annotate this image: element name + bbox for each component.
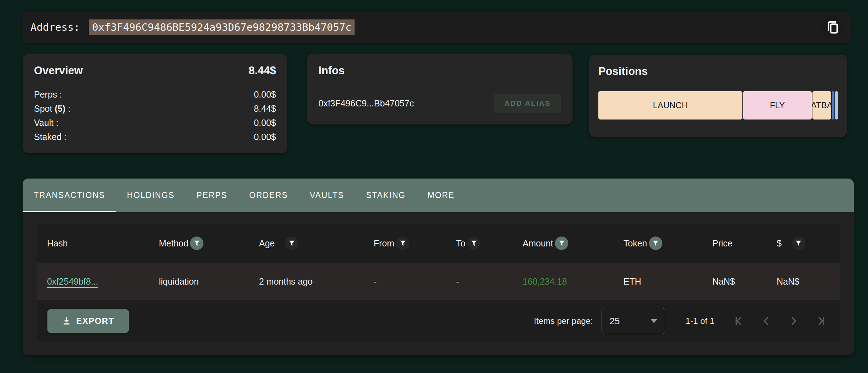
staked-value: 0.00$ xyxy=(254,130,276,144)
positions-title: Positions xyxy=(598,65,838,78)
column-header-from: From xyxy=(374,237,456,250)
tab-bar: TRANSACTIONS HOLDINGS PERPS ORDERS VAULT… xyxy=(23,179,854,212)
next-page-button[interactable] xyxy=(786,313,801,329)
method-cell: liquidation xyxy=(159,276,259,287)
vault-label: Vault : xyxy=(34,116,58,130)
column-header-price: Price xyxy=(712,238,777,249)
usd-cell: NaN$ xyxy=(777,276,840,287)
tab-vaults[interactable]: VAULTS xyxy=(299,179,355,212)
staked-label: Staked : xyxy=(34,130,67,144)
first-page-button[interactable] xyxy=(731,313,746,329)
price-cell: NaN$ xyxy=(712,276,777,287)
items-per-page-select[interactable]: 25 xyxy=(602,308,665,334)
short-address: 0xf3F496C9...Bb47057c xyxy=(318,98,414,109)
copy-icon xyxy=(824,20,839,35)
infos-card: Infos 0xf3F496C9...Bb47057c ADD ALIAS xyxy=(307,54,573,124)
position-segment-fly[interactable]: FLY xyxy=(743,91,812,120)
pagination-controls xyxy=(731,313,829,329)
address-bar: Address: 0xf3F496C9486BE5924a93D67e98298… xyxy=(23,12,851,43)
tab-orders[interactable]: ORDERS xyxy=(238,179,299,212)
column-header-token: Token xyxy=(623,237,712,250)
column-header-hash: Hash xyxy=(47,238,159,249)
from-cell: - xyxy=(374,276,456,287)
export-button[interactable]: EXPORT xyxy=(47,309,129,333)
overview-title: Overview xyxy=(34,64,83,77)
column-header-method: Method xyxy=(159,237,259,250)
items-per-page-label: Items per page: xyxy=(534,316,593,326)
table-row: 0xf2549bf8... liquidation 2 months ago -… xyxy=(37,263,840,300)
overview-row-staked: Staked : 0.00$ xyxy=(34,130,276,144)
filter-funnel-icon[interactable] xyxy=(190,237,203,250)
pagination-range-label: 1-1 of 1 xyxy=(686,316,714,326)
previous-page-button[interactable] xyxy=(758,313,774,329)
amount-cell: 160,234.18 xyxy=(523,276,623,287)
filter-funnel-icon[interactable] xyxy=(285,237,298,250)
infos-title: Infos xyxy=(318,64,561,77)
overview-total-value: 8.44$ xyxy=(248,64,276,77)
positions-card: Positions LAUNCH FLY ATBA xyxy=(589,55,847,137)
position-segment-blue[interactable] xyxy=(832,91,834,120)
main-panel: TRANSACTIONS HOLDINGS PERPS ORDERS VAULT… xyxy=(23,179,854,355)
copy-address-button[interactable] xyxy=(821,16,843,39)
filter-funnel-icon[interactable] xyxy=(792,237,805,250)
position-segment-lightblue[interactable] xyxy=(835,91,838,120)
add-alias-button[interactable]: ADD ALIAS xyxy=(494,94,561,113)
position-segment-launch[interactable]: LAUNCH xyxy=(598,91,742,120)
table-footer: EXPORT Items per page: 25 1-1 of 1 xyxy=(37,300,840,342)
overview-card: Overview 8.44$ Perps : 0.00$ Spot (5) : … xyxy=(23,54,287,153)
tab-staking[interactable]: STAKING xyxy=(355,179,416,212)
column-header-to: To xyxy=(456,237,523,250)
tab-holdings[interactable]: HOLDINGS xyxy=(116,179,186,212)
filter-funnel-icon[interactable] xyxy=(396,237,409,250)
age-cell: 2 months ago xyxy=(259,276,374,287)
column-header-age: Age xyxy=(259,237,374,250)
positions-stacked-bar: LAUNCH FLY ATBA xyxy=(598,91,838,120)
transaction-hash-link[interactable]: 0xf2549bf8... xyxy=(47,276,98,286)
transactions-table: Hash Method Age From xyxy=(37,224,840,342)
vault-value: 0.00$ xyxy=(254,116,276,130)
last-page-button[interactable] xyxy=(814,313,829,329)
perps-label: Perps : xyxy=(34,87,62,101)
column-header-usd: $ xyxy=(777,237,840,250)
tab-transactions[interactable]: TRANSACTIONS xyxy=(23,179,116,212)
table-header: Hash Method Age From xyxy=(37,224,840,263)
download-icon xyxy=(62,316,71,326)
position-segment-atba[interactable]: ATBA xyxy=(812,91,831,120)
filter-funnel-icon[interactable] xyxy=(649,237,662,250)
address-label: Address: xyxy=(30,21,86,33)
tab-more[interactable]: MORE xyxy=(416,179,465,212)
perps-value: 0.00$ xyxy=(254,87,276,101)
overview-row-spot: Spot (5) : 8.44$ xyxy=(34,101,276,116)
token-cell: ETH xyxy=(623,276,712,287)
tab-perps[interactable]: PERPS xyxy=(185,179,238,212)
filter-funnel-icon[interactable] xyxy=(467,237,481,250)
overview-row-vault: Vault : 0.00$ xyxy=(34,116,276,130)
overview-row-perps: Perps : 0.00$ xyxy=(34,87,276,101)
to-cell: - xyxy=(456,276,523,287)
dropdown-caret-icon xyxy=(651,319,657,323)
spot-value: 8.44$ xyxy=(254,101,276,116)
column-header-amount: Amount xyxy=(523,237,623,250)
items-per-page-value: 25 xyxy=(610,316,620,327)
address-value: 0xf3F496C9486BE5924a93D67e98298733Bb4705… xyxy=(89,19,355,35)
filter-funnel-icon[interactable] xyxy=(555,237,568,250)
spot-label: Spot (5) : xyxy=(34,101,70,116)
